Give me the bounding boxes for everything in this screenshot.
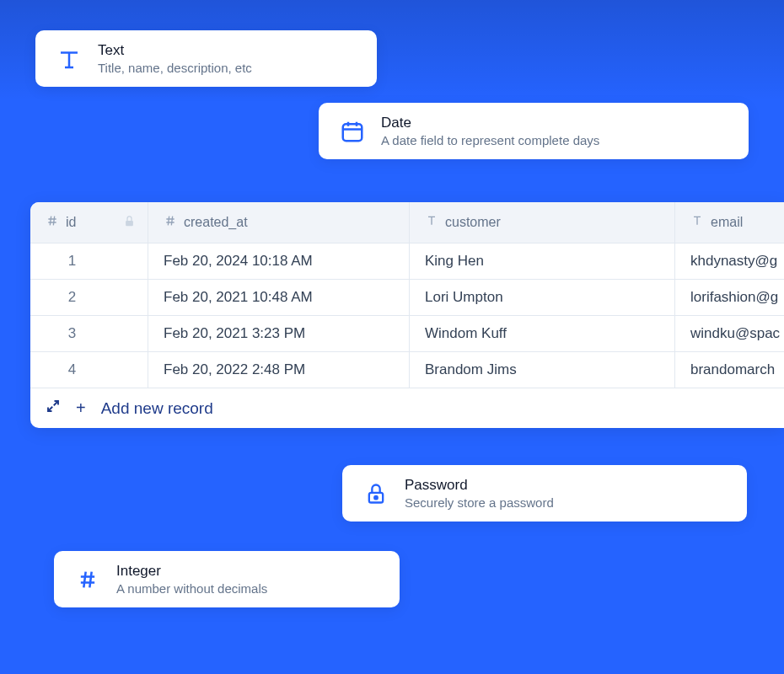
cell-email: windku@spac <box>675 316 784 351</box>
card-desc: Securely store a password <box>405 495 554 510</box>
lock-icon <box>123 215 136 231</box>
cell-id: 3 <box>30 316 148 351</box>
text-type-icon <box>425 214 438 231</box>
card-title: Integer <box>116 563 267 580</box>
cell-created-at: Feb 20, 2022 2:48 PM <box>148 352 410 388</box>
plus-icon: + <box>76 399 86 418</box>
text-icon <box>54 44 84 74</box>
card-desc: A number without decimals <box>116 581 267 596</box>
cell-email: brandomarch <box>675 352 784 388</box>
card-desc: A date field to represent complete days <box>381 133 599 147</box>
cell-id: 1 <box>30 243 148 279</box>
column-label: email <box>711 215 743 230</box>
card-title: Date <box>381 115 599 131</box>
svg-rect-1 <box>126 220 133 225</box>
cell-created-at: Feb 20, 2024 10:18 AM <box>148 243 410 279</box>
svg-point-3 <box>374 495 378 499</box>
cell-email: lorifashion@g <box>675 280 784 315</box>
lock-icon <box>361 479 391 509</box>
hash-icon <box>72 564 103 595</box>
table-row[interactable]: 1 Feb 20, 2024 10:18 AM King Hen khdynas… <box>30 243 784 280</box>
cell-customer: Lori Umpton <box>410 280 675 315</box>
card-title: Password <box>405 477 554 494</box>
cell-customer: Brandom Jims <box>410 352 675 388</box>
field-type-card-text[interactable]: Text Title, name, description, etc <box>35 30 377 87</box>
calendar-icon <box>337 116 368 147</box>
column-header-email[interactable]: email <box>675 202 784 243</box>
card-desc: Title, name, description, etc <box>98 61 252 75</box>
cell-customer: Windom Kuff <box>410 316 675 351</box>
add-record-label: Add new record <box>101 399 213 418</box>
cell-customer: King Hen <box>410 243 675 279</box>
table-row[interactable]: 4 Feb 20, 2022 2:48 PM Brandom Jims bran… <box>30 352 784 388</box>
add-record-row[interactable]: + Add new record <box>30 388 784 428</box>
cell-email: khdynasty@g <box>675 243 784 279</box>
cell-created-at: Feb 20, 2021 3:23 PM <box>148 316 410 351</box>
column-header-created-at[interactable]: created_at <box>148 202 410 243</box>
field-type-card-password[interactable]: Password Securely store a password <box>342 465 747 522</box>
table-body: 1 Feb 20, 2024 10:18 AM King Hen khdynas… <box>30 243 784 388</box>
cell-id: 2 <box>30 280 148 315</box>
table-row[interactable]: 2 Feb 20, 2021 10:48 AM Lori Umpton lori… <box>30 280 784 316</box>
field-type-card-date[interactable]: Date A date field to represent complete … <box>319 103 749 159</box>
table-header: id created_at customer email <box>30 202 784 243</box>
text-type-icon <box>690 214 704 231</box>
card-title: Text <box>98 42 252 59</box>
hash-icon <box>164 214 177 231</box>
data-table: id created_at customer email 1 <box>30 202 784 428</box>
cell-id: 4 <box>30 352 148 388</box>
column-label: customer <box>445 215 501 230</box>
cell-created-at: Feb 20, 2021 10:48 AM <box>148 280 410 315</box>
column-label: created_at <box>184 215 248 230</box>
table-row[interactable]: 3 Feb 20, 2021 3:23 PM Windom Kuff windk… <box>30 316 784 352</box>
column-header-customer[interactable]: customer <box>410 202 675 243</box>
hash-icon <box>46 214 59 231</box>
expand-icon[interactable] <box>46 399 61 418</box>
field-type-card-integer[interactable]: Integer A number without decimals <box>54 551 400 607</box>
svg-rect-0 <box>343 124 362 141</box>
column-label: id <box>66 215 76 230</box>
column-header-id[interactable]: id <box>30 202 148 243</box>
